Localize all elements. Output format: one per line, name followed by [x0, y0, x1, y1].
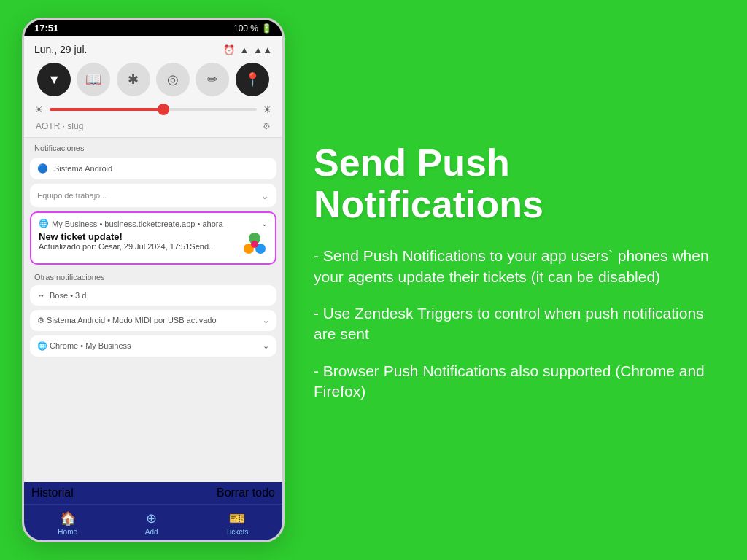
nav-home[interactable]: 🏠 Home	[58, 510, 77, 536]
hotspot-toggle[interactable]: ◎	[156, 63, 190, 96]
main-title-line2: Notifications	[314, 183, 543, 225]
notif-item-generic1[interactable]: 🔵 Sistema Android	[30, 158, 276, 179]
notif-text-1: Sistema Android	[54, 164, 112, 173]
notif-app-text: My Business • business.ticketcreate.app …	[52, 219, 223, 228]
nav-tickets[interactable]: 🎫 Tickets	[225, 510, 248, 536]
edit-toggle[interactable]: ✏	[196, 63, 229, 96]
notif-chrome[interactable]: 🌐 Chrome • My Business ⌄	[30, 335, 276, 357]
bullet-3: - Browser Push Notifications also suppor…	[314, 361, 718, 402]
reader-toggle[interactable]: 📖	[77, 63, 110, 96]
battery-icon: 🔋	[261, 23, 272, 34]
brightness-thumb	[158, 104, 169, 115]
historial-label[interactable]: Historial	[31, 486, 74, 499]
signal-icon: ▲▲	[253, 44, 272, 55]
tickets-label: Tickets	[225, 528, 248, 536]
phone-mockup: 17:51 100 % 🔋 Lun., 29 jul. ⏰ ▲ ▲▲ ▼ 📖 ✱…	[22, 18, 285, 542]
brightness-high-icon: ☀	[263, 104, 272, 115]
bose-icon: ↔	[37, 291, 45, 300]
chrome-expand[interactable]: ⌄	[263, 341, 269, 351]
notif-item-generic2[interactable]: Equipo de trabajo... ⌄	[30, 184, 276, 207]
notif-app-icon: 🌐	[39, 219, 49, 228]
wifi-toggle[interactable]: ▼	[37, 63, 71, 96]
main-title-line1: Send Push	[314, 141, 510, 184]
add-label: Add	[145, 528, 158, 536]
bullet-2: - Use Zendesk Triggers to control when p…	[314, 303, 718, 345]
wifi-icon: ▲	[239, 44, 249, 55]
notif-highlight-text: New ticket update! Actualizado por: Cesa…	[39, 231, 236, 251]
notif-highlight-body: New ticket update! Actualizado por: Cesa…	[39, 231, 268, 257]
notif-icon-2: Equipo de trabajo...	[37, 191, 107, 200]
chrome-text: 🌐 Chrome • My Business	[37, 341, 131, 351]
status-bar: 17:51 100 % 🔋	[24, 20, 282, 36]
alarm-icon: ⏰	[223, 44, 235, 55]
settings-icon[interactable]: ⚙	[263, 121, 271, 131]
notif-icon-1: 🔵	[37, 163, 48, 174]
notif-expand-icon[interactable]: ⌄	[261, 219, 268, 228]
notif-sistema[interactable]: ⚙ Sistema Android • Modo MIDI por USB ac…	[30, 310, 276, 331]
notif-section-label: Notificaciones	[24, 138, 282, 155]
expand-icon-2[interactable]: ⌄	[260, 190, 269, 201]
qs-bottom-row: AOTR · slug ⚙	[34, 121, 272, 131]
nav-add[interactable]: ⊕ Add	[145, 510, 158, 536]
brightness-low-icon: ☀	[34, 104, 44, 115]
notif-highlight-header: 🌐 My Business • business.ticketcreate.ap…	[39, 219, 268, 228]
brightness-track[interactable]	[50, 108, 257, 111]
notif-app-info: 🌐 My Business • business.ticketcreate.ap…	[39, 219, 223, 228]
bullet-1: - Send Push Notifications to your app us…	[314, 246, 718, 287]
notif-logo	[241, 231, 268, 257]
highlighted-notification[interactable]: 🌐 My Business • business.ticketcreate.ap…	[30, 211, 276, 265]
bose-text: Bose • 3 d	[50, 291, 86, 300]
qs-bottom-text: AOTR · slug	[36, 121, 83, 131]
notif-title: New ticket update!	[39, 231, 236, 242]
bluetooth-toggle[interactable]: ✱	[117, 63, 150, 96]
home-label: Home	[58, 528, 77, 536]
qs-date-icons: ⏰ ▲ ▲▲	[223, 44, 272, 55]
tickets-icon: 🎫	[229, 510, 245, 526]
add-icon: ⊕	[146, 510, 157, 526]
notif-bose[interactable]: ↔ Bose • 3 d	[30, 285, 276, 306]
qs-icons-row[interactable]: ▼ 📖 ✱ ◎ ✏ 📍	[34, 63, 272, 96]
qs-date: Lun., 29 jul.	[34, 44, 87, 55]
qs-date-row: Lun., 29 jul. ⏰ ▲ ▲▲	[34, 44, 272, 55]
phone-nav: 🏠 Home ⊕ Add 🎫 Tickets	[24, 504, 282, 540]
brightness-row: ☀ ☀	[34, 104, 272, 115]
status-right: 100 % 🔋	[233, 23, 272, 34]
status-time: 17:51	[34, 23, 58, 34]
sistema-expand[interactable]: ⌄	[263, 316, 269, 325]
page-container: 17:51 100 % 🔋 Lun., 29 jul. ⏰ ▲ ▲▲ ▼ 📖 ✱…	[0, 0, 747, 560]
main-title: Send Push Notifications	[314, 142, 718, 225]
phone-bottom-bar: Historial Borrar todo	[24, 482, 282, 504]
home-icon: 🏠	[60, 510, 76, 526]
quick-settings-panel: Lun., 29 jul. ⏰ ▲ ▲▲ ▼ 📖 ✱ ◎ ✏ 📍 ☀	[24, 36, 282, 138]
brightness-fill	[50, 108, 163, 111]
battery-text: 100 %	[233, 23, 258, 34]
sistema-text: ⚙ Sistema Android • Modo MIDI por USB ac…	[37, 316, 217, 325]
borrar-label[interactable]: Borrar todo	[217, 486, 275, 499]
location-toggle[interactable]: 📍	[236, 63, 269, 96]
notif-subtitle: Actualizado por: Cesar, 29 Jul 2024, 17:…	[39, 242, 236, 251]
right-panel: Send Push Notifications - Send Push Noti…	[299, 135, 725, 425]
svg-point-3	[251, 241, 258, 248]
notifications-area: Notificaciones 🔵 Sistema Android Equipo …	[24, 138, 282, 482]
otras-label: Otras notificaciones	[24, 267, 282, 283]
